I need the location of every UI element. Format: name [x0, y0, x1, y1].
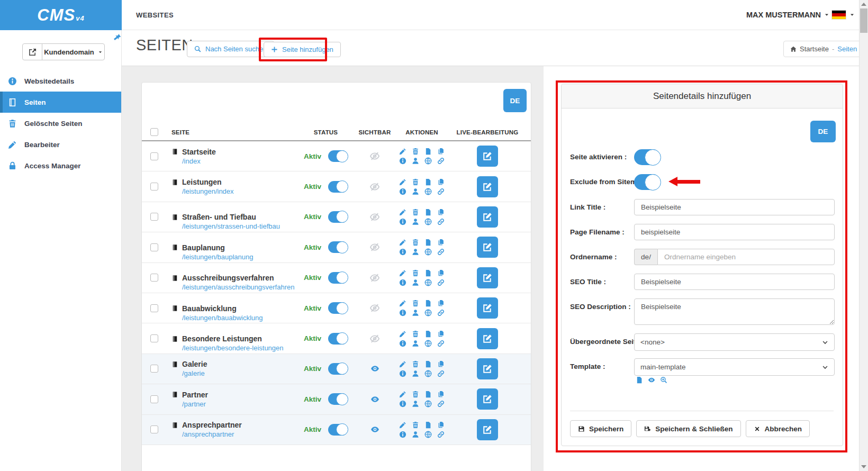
live-edit-button[interactable]: [477, 237, 498, 258]
file-icon[interactable]: [424, 178, 432, 186]
sidebar-item-bearbeiter[interactable]: Bearbeiter: [0, 134, 121, 155]
live-edit-button[interactable]: [477, 297, 498, 319]
template-select[interactable]: main-template: [634, 358, 835, 376]
page-path-link[interactable]: /galerie: [182, 369, 295, 377]
file-icon[interactable]: [424, 360, 432, 368]
live-edit-button[interactable]: [477, 146, 498, 167]
add-page-button[interactable]: Seite hinzufügen: [264, 42, 341, 57]
copy-icon[interactable]: [437, 148, 445, 155]
copy-icon[interactable]: [437, 178, 445, 186]
page-path-link[interactable]: /leistungen/besondere-leistungen: [182, 344, 295, 352]
ordnername-input[interactable]: [657, 249, 835, 265]
user-icon[interactable]: [412, 309, 419, 316]
copy-icon[interactable]: [437, 239, 445, 246]
sidebar-item-gel-schte-seiten[interactable]: Gelöschte Seiten: [0, 113, 121, 134]
status-toggle[interactable]: [328, 333, 348, 345]
status-toggle[interactable]: [328, 181, 348, 193]
seo-description-textarea[interactable]: Beispielseite: [634, 298, 835, 325]
live-edit-button[interactable]: [477, 419, 498, 440]
pencil-icon[interactable]: [399, 178, 406, 186]
globe-icon[interactable]: [424, 218, 432, 225]
link-icon[interactable]: [437, 248, 445, 256]
trash-icon[interactable]: [412, 360, 419, 368]
info-icon[interactable]: [399, 248, 406, 256]
row-checkbox[interactable]: [150, 213, 158, 221]
link-icon[interactable]: [437, 431, 445, 438]
link-icon[interactable]: [437, 340, 445, 347]
live-edit-button[interactable]: [477, 267, 498, 288]
globe-icon[interactable]: [424, 309, 432, 316]
info-icon[interactable]: [399, 431, 406, 438]
sidebar-item-access-manager[interactable]: Access Manager: [0, 155, 121, 176]
file-icon[interactable]: [424, 300, 432, 307]
file-icon[interactable]: [424, 421, 432, 429]
copy-icon[interactable]: [437, 330, 445, 338]
globe-icon[interactable]: [424, 340, 432, 347]
trash-icon[interactable]: [412, 209, 419, 216]
live-edit-button[interactable]: [477, 358, 498, 379]
file-icon[interactable]: [424, 148, 432, 155]
trash-icon[interactable]: [412, 269, 419, 277]
row-checkbox[interactable]: [150, 152, 158, 160]
user-menu[interactable]: MAX MUSTERMANN: [746, 11, 829, 19]
pencil-icon[interactable]: [399, 421, 406, 429]
globe-icon[interactable]: [424, 248, 432, 256]
panel-language-badge[interactable]: DE: [810, 121, 836, 142]
trash-icon[interactable]: [412, 178, 419, 186]
info-icon[interactable]: [399, 218, 406, 225]
trash-icon[interactable]: [412, 148, 419, 155]
page-path-link[interactable]: /index: [182, 157, 295, 165]
copy-icon[interactable]: [437, 391, 445, 398]
eye-icon[interactable]: [648, 376, 655, 384]
row-checkbox[interactable]: [150, 304, 158, 312]
row-checkbox[interactable]: [150, 274, 158, 282]
status-toggle[interactable]: [328, 241, 348, 253]
globe-icon[interactable]: [424, 188, 432, 195]
row-checkbox[interactable]: [150, 183, 158, 191]
language-menu[interactable]: [832, 11, 855, 19]
info-icon[interactable]: [399, 188, 406, 195]
live-edit-button[interactable]: [477, 328, 498, 349]
file-icon[interactable]: [424, 239, 432, 246]
pencil-icon[interactable]: [399, 239, 406, 246]
pencil-icon[interactable]: [399, 330, 406, 338]
status-toggle[interactable]: [328, 150, 348, 162]
select-all-checkbox[interactable]: [150, 128, 158, 136]
page-path-link[interactable]: /leistungen/bauplanung: [182, 253, 295, 261]
row-checkbox[interactable]: [150, 425, 158, 433]
exclude-sitemap-toggle[interactable]: [634, 174, 661, 190]
link-title-input[interactable]: [634, 199, 835, 215]
row-checkbox[interactable]: [150, 365, 158, 373]
link-icon[interactable]: [437, 370, 445, 377]
page-scrollbar[interactable]: [859, 0, 868, 471]
trash-icon[interactable]: [412, 300, 419, 307]
info-icon[interactable]: [399, 309, 406, 316]
file-icon[interactable]: [424, 330, 432, 338]
link-icon[interactable]: [437, 157, 445, 165]
scrollbar-thumb[interactable]: [860, 8, 867, 33]
eye-icon[interactable]: [370, 364, 379, 373]
user-icon[interactable]: [412, 188, 419, 195]
live-edit-button[interactable]: [477, 206, 498, 228]
parent-page-select[interactable]: <none>: [634, 333, 835, 351]
copy-icon[interactable]: [437, 360, 445, 368]
live-edit-button[interactable]: [477, 176, 498, 197]
live-edit-button[interactable]: [477, 388, 498, 410]
status-toggle[interactable]: [328, 393, 348, 405]
domain-selector[interactable]: Kundendomain: [22, 43, 105, 60]
status-toggle[interactable]: [328, 302, 348, 314]
globe-icon[interactable]: [424, 400, 432, 407]
user-icon[interactable]: [412, 157, 419, 165]
status-toggle[interactable]: [328, 211, 348, 223]
copy-icon[interactable]: [437, 269, 445, 277]
trash-icon[interactable]: [412, 421, 419, 429]
link-icon[interactable]: [437, 188, 445, 195]
copy-icon[interactable]: [437, 300, 445, 307]
status-toggle[interactable]: [328, 363, 348, 375]
info-icon[interactable]: [399, 370, 406, 377]
sidebar-item-seiten[interactable]: Seiten: [0, 92, 121, 113]
page-filename-input[interactable]: [634, 224, 835, 240]
page-path-link[interactable]: /leistungen/strassen-und-tiefbau: [182, 222, 295, 230]
row-checkbox[interactable]: [150, 334, 158, 342]
trash-icon[interactable]: [412, 391, 419, 398]
